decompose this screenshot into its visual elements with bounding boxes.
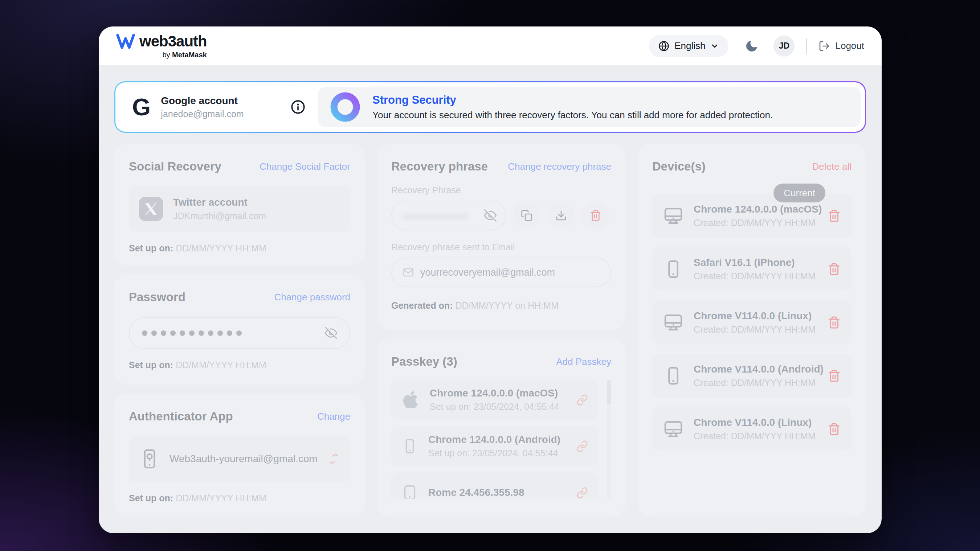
passkey-row-title: Chrome 124.0.0.0 (Android)	[428, 434, 560, 445]
unlink-authenticator-button[interactable]	[327, 453, 340, 465]
device-row-subtitle: Created: DD/MM/YYY HH:MM	[694, 378, 824, 388]
passkey-row-subtitle: Set up on: 23/05/2024, 04:55:44	[428, 448, 560, 459]
device-row-title: Safari V16.1 (iPhone)	[694, 257, 816, 268]
web3auth-logo-icon	[116, 33, 135, 49]
device-row-title: Chrome V114.0.0 (Android)	[694, 364, 824, 375]
recovery-email-value: yourrecoveryemail@gmail.com	[420, 267, 555, 278]
password-setup-meta: Set up on: DD/MM/YYYY HH:MM	[129, 360, 350, 370]
device-row: Chrome V114.0.0 (Linux) Created: DD/MM/Y…	[652, 407, 851, 451]
device-row-title: Chrome V114.0.0 (Linux)	[694, 417, 816, 429]
twitter-row-title: Twitter account	[173, 197, 266, 208]
eye-off-icon[interactable]	[484, 209, 496, 222]
header-divider	[806, 38, 807, 54]
delete-all-devices-link[interactable]: Delete all	[812, 161, 851, 172]
mail-icon	[403, 267, 414, 278]
desktop-icon	[663, 312, 684, 333]
recovery-email-input[interactable]: yourrecoveryemail@gmail.com	[391, 257, 611, 287]
recovery-phrase-title: Recovery phrase	[391, 160, 488, 173]
chevron-down-icon	[710, 42, 719, 51]
phone-icon	[401, 438, 418, 454]
device-row-subtitle: Created: DD/MM/YYY HH:MM	[694, 271, 816, 281]
recovery-email-label: Recovery phrase sent to Email	[391, 242, 611, 252]
language-label: English	[675, 40, 705, 51]
avatar[interactable]: JD	[773, 35, 794, 57]
web3auth-logo: web3auth by MetaMask	[116, 33, 207, 59]
brand-name: web3auth	[139, 33, 207, 50]
security-status-panel: Strong Security Your account is secured …	[318, 87, 861, 127]
recovery-phrase-masked-value: xxxxxxxxxxxxxx	[403, 210, 468, 221]
recovery-phrase-input[interactable]: xxxxxxxxxxxxxx	[391, 201, 506, 230]
device-row-subtitle: Created: DD/MM/YYY HH:MM	[694, 324, 816, 335]
info-icon[interactable]	[290, 99, 305, 114]
delete-device-button[interactable]	[827, 209, 841, 222]
passkey-scrollbar	[607, 380, 611, 499]
device-row: Chrome V114.0.0 (Linux) Created: DD/MM/Y…	[652, 300, 851, 345]
authenticator-title: Authenticator App	[129, 410, 233, 423]
copy-phrase-button[interactable]	[513, 202, 541, 229]
globe-icon	[659, 41, 669, 51]
logout-label: Logout	[835, 40, 864, 51]
security-status-title: Strong Security	[372, 94, 773, 106]
trash-icon	[827, 316, 841, 329]
delete-device-button[interactable]	[827, 422, 841, 436]
copy-icon	[521, 210, 533, 221]
download-phrase-button[interactable]	[547, 202, 575, 229]
eye-off-icon[interactable]	[325, 327, 337, 339]
password-field[interactable]	[129, 317, 350, 349]
passkey-row-subtitle: Set up on: 23/05/2024, 04:55:44	[430, 402, 559, 412]
authenticator-row: Web3auth-youremail@gmal.com	[129, 436, 350, 482]
logout-button[interactable]: Logout	[818, 40, 864, 52]
delete-device-button[interactable]	[827, 263, 841, 276]
unlink-passkey-button[interactable]	[576, 487, 588, 499]
password-masked-dots	[142, 330, 242, 336]
brand-byline: by MetaMask	[116, 51, 207, 59]
delete-device-button[interactable]	[827, 316, 841, 329]
dark-mode-toggle-moon-icon[interactable]	[745, 39, 759, 53]
desktop-icon	[663, 206, 684, 226]
device-row-subtitle: Created: DD/MM/YYY HH:MM	[694, 431, 816, 441]
authenticator-email: Web3auth-youremail@gmal.com	[170, 453, 318, 465]
delete-device-button[interactable]	[827, 369, 841, 382]
twitter-x-icon	[139, 197, 163, 221]
passkey-title: Passkey (3)	[391, 355, 457, 368]
device-row-subtitle: Created: DD/MM/YYY HH:MM	[694, 218, 822, 228]
trash-icon	[827, 209, 841, 222]
unlink-passkey-button[interactable]	[576, 440, 588, 452]
link-icon	[576, 440, 588, 452]
passkey-scrollbar-thumb[interactable]	[607, 380, 611, 404]
phone-icon	[663, 259, 684, 279]
authenticator-card: Authenticator App Change Web3auth-yourem…	[115, 394, 365, 516]
unlink-passkey-button[interactable]	[576, 394, 588, 405]
download-icon	[555, 210, 567, 221]
account-summary: G Google account janedoe@gmail.com	[115, 83, 318, 132]
devices-list: Current Chrome 124.0.0.0 (macOS) Created…	[652, 194, 851, 451]
add-passkey-link[interactable]: Add Passkey	[556, 356, 611, 367]
trash-icon	[827, 263, 841, 276]
change-password-link[interactable]: Change password	[274, 292, 350, 303]
tablet-icon	[401, 484, 418, 499]
desktop-icon	[663, 419, 684, 439]
password-title: Password	[129, 290, 186, 304]
passkey-list: Chrome 124.0.0.0 (macOS) Set up on: 23/0…	[391, 380, 611, 499]
security-banner: G Google account janedoe@gmail.com Stron…	[115, 81, 866, 133]
change-authenticator-link[interactable]: Change	[317, 411, 350, 422]
trash-icon	[827, 369, 841, 382]
language-selector[interactable]: English	[649, 35, 729, 57]
phone-pin-icon	[139, 448, 160, 469]
app-window: web3auth by MetaMask English JD Logout	[99, 27, 881, 533]
account-title: Google account	[161, 95, 243, 106]
change-social-factor-link[interactable]: Change Social Factor	[259, 161, 350, 172]
device-row-title: Chrome V114.0.0 (Linux)	[694, 310, 816, 322]
social-setup-meta: Set up on: DD/MM/YYYY HH:MM	[129, 243, 350, 254]
passkey-row: Chrome 124.0.0.0 (Android) Set up on: 23…	[391, 426, 598, 467]
recovery-generated-meta: Generated on: DD/MM/YYYY on HH:MM	[391, 300, 611, 311]
change-recovery-phrase-link[interactable]: Change recovery phrase	[508, 161, 611, 172]
recovery-phrase-label: Recovery Phrase	[391, 185, 611, 195]
password-card: Password Change password Set up on: DD/M…	[115, 274, 365, 385]
devices-card: Device(s) Delete all Current Chrome 124.…	[638, 144, 866, 516]
delete-phrase-button[interactable]	[582, 202, 609, 229]
twitter-account-row: Twitter account JDKmurthi@gmail.com	[129, 186, 350, 232]
factors-grid: Social Recovery Change Social Factor Twi…	[115, 144, 866, 516]
recovery-phrase-card: Recovery phrase Change recovery phrase R…	[377, 144, 626, 330]
link-icon	[576, 394, 588, 405]
